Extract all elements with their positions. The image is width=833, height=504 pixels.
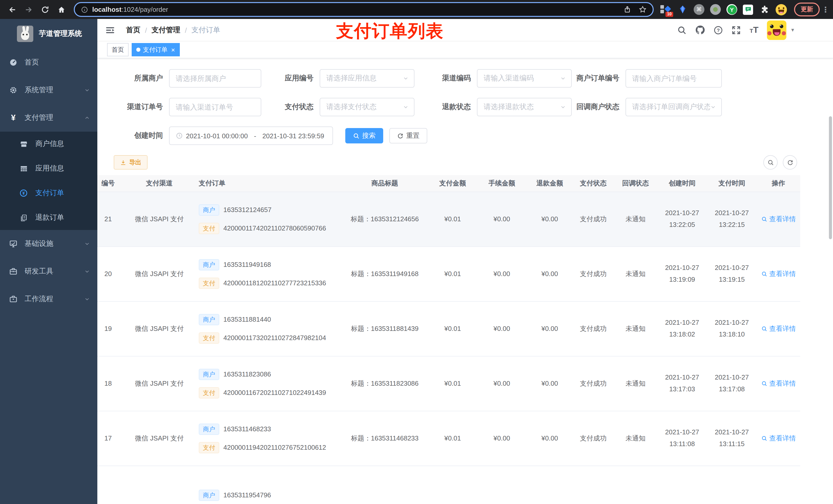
filter-row-2: 渠道订单号 支付状态 请选择支付状态 退款状态 请选择退款状态 回调商户状态 请… [97, 98, 833, 116]
date-end-value[interactable]: 2021-10-31 23:59:59 [262, 132, 324, 140]
tag-home[interactable]: 首页 [107, 43, 128, 56]
table-row[interactable]: 18 微信 JSAPI 支付 商户1635311823086 支付4200001… [97, 356, 800, 411]
cell-title: 标题：1635311949168 [341, 246, 428, 301]
browser-menu-button[interactable]: ⋮ [822, 5, 829, 14]
extension-dot-icon[interactable] [710, 4, 721, 15]
font-size-button[interactable]: TT [750, 25, 759, 35]
site-info-icon[interactable] [81, 6, 88, 13]
fullscreen-button[interactable] [732, 25, 741, 34]
view-detail-link[interactable]: 查看详情 [761, 214, 796, 223]
orders-table-wrapper: 编号 支付渠道 支付订单 商品标题 支付金额 手续金额 退款金额 支付状态 回调… [97, 175, 833, 504]
col-channel: 支付渠道 [126, 175, 193, 192]
url-bar[interactable]: localhost:1024/pay/order [74, 2, 654, 17]
browser-back-button[interactable] [6, 3, 19, 16]
merchant-tag: 商户 [199, 423, 219, 435]
extension-y-icon[interactable]: Y [727, 4, 737, 15]
sidebar-item-pay-order[interactable]: ¥ 支付订单 [0, 181, 97, 206]
date-start-value[interactable]: 2021-10-01 00:00:00 [186, 132, 248, 140]
extensions-puzzle-icon[interactable] [759, 4, 770, 15]
export-button[interactable]: 导出 [114, 155, 147, 170]
channel-code-select[interactable]: 请输入渠道编码 [477, 69, 572, 88]
page-scrollbar[interactable] [829, 116, 832, 239]
github-button[interactable] [695, 25, 705, 35]
bunny-eye-icon [26, 34, 28, 35]
filter-label: 退款状态 [414, 102, 477, 112]
breadcrumb: 首页 / 支付管理 / 支付订单 [126, 25, 220, 34]
sidebar-item-payment[interactable]: ¥ 支付管理 [0, 104, 97, 131]
cell-id: 19 [97, 301, 126, 356]
reset-button[interactable]: 重置 [389, 128, 427, 143]
share-icon[interactable] [623, 6, 631, 13]
browser-forward-button[interactable] [22, 3, 35, 16]
help-button[interactable]: ? [714, 25, 723, 34]
cell-actions: 查看详情 [757, 301, 800, 356]
blocks-diamond-icon [664, 5, 671, 12]
user-avatar[interactable] [767, 20, 787, 40]
extension-emoji-icon[interactable] [776, 4, 787, 15]
filter-label: 商户订单编号 [572, 74, 625, 83]
merchant-select-input[interactable] [169, 69, 261, 88]
browser-reload-button[interactable] [39, 3, 52, 16]
browser-extensions: 10 ⌘ Y [660, 4, 787, 15]
tag-pay-order[interactable]: 支付订单 × [132, 43, 180, 56]
channel-order-no-input[interactable] [169, 98, 261, 116]
extension-blocks-icon[interactable]: 10 [660, 4, 671, 15]
close-tag-icon[interactable]: × [171, 46, 175, 53]
breadcrumb-separator: / [185, 26, 187, 34]
table-row[interactable]: 19 微信 JSAPI 支付 商户1635311881440 支付4200001… [97, 301, 800, 356]
sidebar-item-dev-tools[interactable]: 研发工具 [0, 258, 97, 285]
toggle-search-button[interactable] [763, 155, 778, 170]
cell-pay-time: 2021-10-2713:22:15 [707, 192, 757, 246]
breadcrumb-pay-manage[interactable]: 支付管理 [152, 25, 180, 34]
sidebar-item-workflow[interactable]: 工作流程 [0, 285, 97, 313]
breadcrumb-home[interactable]: 首页 [126, 25, 140, 34]
sidebar-item-home[interactable]: 首页 [0, 49, 97, 76]
browser-update-button[interactable]: 更新 [794, 3, 820, 16]
sidebar-item-refund-order[interactable]: 退款订单 [0, 206, 97, 230]
refund-status-select[interactable]: 请选择退款状态 [477, 98, 572, 116]
view-detail-link[interactable]: 查看详情 [761, 379, 796, 388]
merchant-order-no-input[interactable] [625, 69, 722, 88]
view-detail-link[interactable]: 查看详情 [761, 269, 796, 279]
col-notify: 回调状态 [614, 175, 657, 192]
sidebar-logo[interactable]: 芋道管理系统 [0, 19, 97, 49]
orders-table: 编号 支付渠道 支付订单 商品标题 支付金额 手续金额 退款金额 支付状态 回调… [97, 175, 800, 504]
notify-status-select[interactable]: 请选择订单回调商户状态 [625, 98, 722, 116]
hamburger-icon [105, 25, 115, 34]
emoji-mouth-icon [779, 9, 784, 13]
sidebar-toggle-button[interactable] [105, 25, 115, 34]
cell-refund: ¥0.00 [527, 411, 573, 465]
extension-chat-icon[interactable] [743, 4, 753, 15]
sidebar-item-app-info[interactable]: 应用信息 [0, 156, 97, 181]
search-button[interactable]: 搜索 [345, 128, 383, 143]
top-navbar: 首页 / 支付管理 / 支付订单 支付订单列表 ? TT [97, 19, 833, 41]
sidebar-item-label: 商户信息 [35, 139, 97, 148]
sidebar-item-merchant-info[interactable]: 商户信息 [0, 131, 97, 156]
browser-home-button[interactable] [55, 3, 68, 16]
cell-refund: ¥0.00 [527, 192, 573, 246]
chevron-down-icon [84, 296, 90, 302]
app-select[interactable]: 请选择应用信息 [320, 69, 414, 88]
bookmark-star-icon[interactable] [639, 6, 646, 13]
sidebar-item-infrastructure[interactable]: 基础设施 [0, 230, 97, 258]
table-row[interactable]: 17 微信 JSAPI 支付 商户1635311468233 支付4200001… [97, 411, 800, 465]
refresh-table-button[interactable] [783, 155, 797, 170]
sidebar-item-system[interactable]: 系统管理 [0, 76, 97, 104]
header-search-button[interactable] [677, 25, 687, 34]
avatar-dropdown-caret[interactable]: ▾ [791, 27, 794, 33]
table-row[interactable]: 21 微信 JSAPI 支付 商户1635312124657 支付4200001… [97, 192, 800, 246]
view-detail-link[interactable]: 查看详情 [761, 324, 796, 333]
extension-gem-icon[interactable] [677, 4, 688, 15]
table-row[interactable]: 20 微信 JSAPI 支付 商户1635311949168 支付4200001… [97, 246, 800, 301]
cell-amount: ¥0.01 [428, 246, 477, 301]
create-time-range-picker[interactable]: 2021-10-01 00:00:00 - 2021-10-31 23:59:5… [169, 126, 333, 145]
table-row-partial[interactable]: 商户1635311954796 [97, 465, 800, 504]
view-detail-link[interactable]: 查看详情 [761, 434, 796, 443]
forward-icon [25, 5, 33, 14]
pay-tag: 支付 [199, 387, 219, 398]
page-content: 所属商户 应用编号 请选择应用信息 渠道编码 请输入渠道编码 商户订单编号 [97, 58, 833, 504]
pay-status-select[interactable]: 请选择支付状态 [320, 98, 414, 116]
extension-command-icon[interactable]: ⌘ [694, 4, 705, 15]
pay-tag: 支付 [199, 332, 219, 343]
cell-notify: 未通知 [614, 356, 657, 411]
